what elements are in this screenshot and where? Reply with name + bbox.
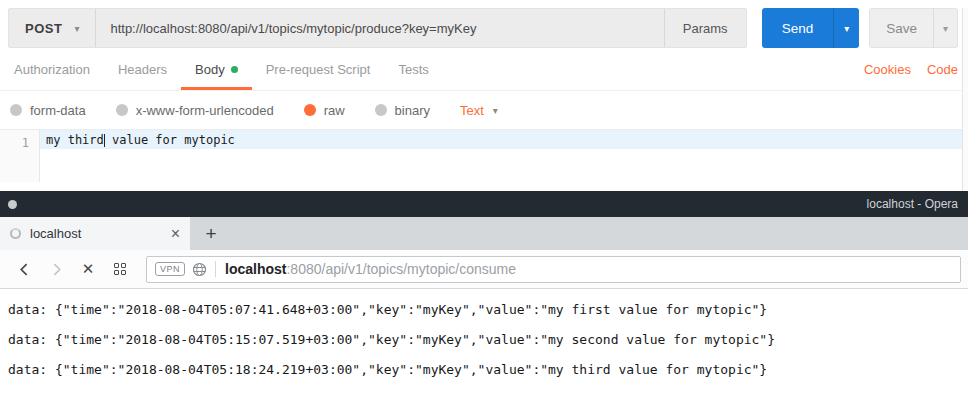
tab-label: Tests [398, 62, 428, 77]
back-button[interactable] [10, 255, 38, 283]
body-type-binary[interactable]: binary [375, 103, 430, 118]
send-button[interactable]: Send [762, 8, 834, 48]
address-path: :8080/api/v1/topics/mytopic/consume [286, 261, 516, 277]
method-label: POST [25, 21, 62, 36]
raw-body-editor[interactable]: 1 my third value for mytopic [0, 129, 968, 182]
sse-data-line: data: {"time":"2018-08-04T05:15:07.519+0… [8, 325, 968, 355]
tab-headers[interactable]: Headers [104, 48, 181, 90]
tab-authorization[interactable]: Authorization [0, 48, 104, 90]
tab-label: Pre-request Script [266, 62, 371, 77]
new-tab-button[interactable]: + [190, 217, 232, 250]
address-divider [215, 261, 216, 277]
raw-type-label: Text [460, 103, 484, 118]
speed-dial-grid-icon [114, 263, 126, 275]
editor-text-after-cursor: value for mytopic [105, 133, 235, 147]
loading-spinner-icon [10, 228, 21, 239]
address-host: localhost [225, 261, 286, 277]
editor-gutter: 1 [0, 130, 40, 182]
opera-titlebar: localhost - Opera [0, 191, 968, 217]
postman-app: POST ▾ http://localhost:8080/api/v1/topi… [0, 8, 968, 191]
browser-tab-localhost[interactable]: localhost × [0, 217, 190, 250]
stop-x-icon: ✕ [82, 260, 95, 278]
radio-label: form-data [30, 103, 86, 118]
tabs-right-links: Cookies Code [864, 48, 958, 90]
url-input[interactable]: http://localhost:8080/api/v1/topics/myto… [96, 9, 663, 47]
editor-code-area: my third value for mytopic [40, 130, 968, 182]
body-content-dot-icon [231, 66, 238, 73]
vpn-badge[interactable]: VPN [155, 262, 185, 276]
radio-icon [10, 104, 22, 116]
radio-icon [116, 104, 128, 116]
opera-browser: localhost - Opera localhost × + ✕ VPN [0, 191, 968, 385]
tab-pre-request-script[interactable]: Pre-request Script [252, 48, 385, 90]
request-row: POST ▾ http://localhost:8080/api/v1/topi… [8, 8, 958, 48]
active-tab-underline [181, 87, 252, 90]
forward-icon [49, 262, 64, 277]
body-type-row: form-data x-www-form-urlencoded raw bina… [0, 91, 968, 129]
save-dropdown-button[interactable]: ▾ [933, 9, 957, 47]
tab-tests[interactable]: Tests [384, 48, 442, 90]
raw-type-dropdown[interactable]: Text ▾ [460, 103, 498, 118]
sse-data-line: data: {"time":"2018-08-04T05:07:41.648+0… [8, 295, 968, 325]
titlebar-dot-icon [8, 200, 17, 209]
chevron-down-icon: ▾ [844, 23, 849, 34]
tab-label: Authorization [14, 62, 90, 77]
radio-label: x-www-form-urlencoded [136, 103, 274, 118]
method-dropdown[interactable]: POST ▾ [9, 9, 96, 47]
chevron-down-icon: ▾ [943, 23, 948, 34]
radio-label: binary [395, 103, 430, 118]
editor-active-line: my third value for mytopic [40, 130, 968, 149]
radio-selected-icon [304, 104, 316, 116]
browser-tab-title: localhost [30, 226, 162, 241]
request-bar: POST ▾ http://localhost:8080/api/v1/topi… [8, 8, 747, 48]
forward-button[interactable] [42, 255, 70, 283]
screen: POST ▾ http://localhost:8080/api/v1/topi… [0, 8, 968, 403]
opera-toolbar: ✕ VPN localhost :8080/api/v1/topics/myto… [0, 250, 968, 289]
params-button[interactable]: Params [664, 9, 746, 47]
chevron-down-icon: ▾ [74, 23, 79, 34]
tab-label: Headers [118, 62, 167, 77]
request-tabs: Authorization Headers Body Pre-request S… [0, 48, 968, 91]
postman-scrollbar[interactable] [962, 8, 968, 191]
body-type-x-www-form-urlencoded[interactable]: x-www-form-urlencoded [116, 103, 274, 118]
radio-label: raw [324, 103, 345, 118]
save-split-button: Save ▾ [869, 8, 958, 48]
opera-tabbar: localhost × + [0, 217, 968, 250]
stop-button[interactable]: ✕ [74, 255, 102, 283]
speed-dial-button[interactable] [106, 255, 134, 283]
sse-data-line: data: {"time":"2018-08-04T05:18:24.219+0… [8, 355, 968, 385]
send-split-button: Send ▾ [762, 8, 860, 48]
save-button[interactable]: Save [870, 9, 933, 47]
chevron-down-icon: ▾ [493, 105, 498, 116]
page-content: data: {"time":"2018-08-04T05:07:41.648+0… [0, 289, 968, 385]
window-title: localhost - Opera [867, 197, 958, 211]
send-dropdown-button[interactable]: ▾ [833, 8, 859, 48]
back-icon [17, 262, 32, 277]
line-number: 1 [22, 136, 29, 150]
tab-label: Body [195, 62, 225, 77]
globe-icon [192, 262, 207, 277]
tab-close-icon[interactable]: × [171, 226, 180, 242]
body-type-raw[interactable]: raw [304, 103, 345, 118]
editor-text-before-cursor: my third [46, 133, 104, 147]
cookies-link[interactable]: Cookies [864, 62, 911, 77]
address-bar[interactable]: VPN localhost :8080/api/v1/topics/mytopi… [146, 256, 961, 283]
tab-body[interactable]: Body [181, 48, 252, 90]
code-link[interactable]: Code [927, 62, 958, 77]
body-type-form-data[interactable]: form-data [10, 103, 86, 118]
radio-icon [375, 104, 387, 116]
